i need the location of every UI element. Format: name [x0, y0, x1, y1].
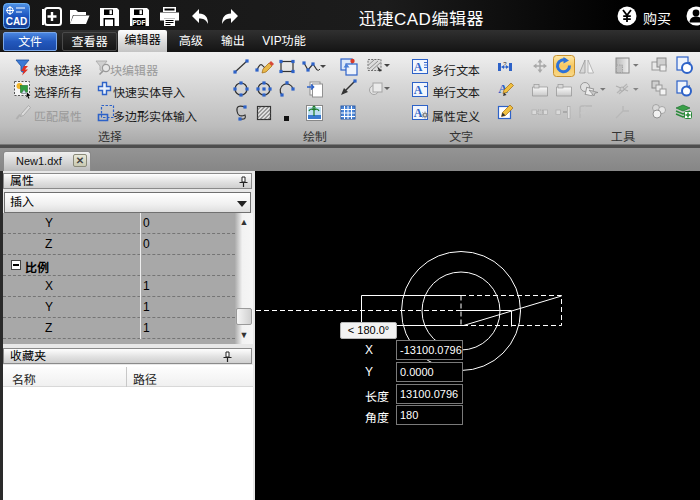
svg-text:CAD: CAD: [6, 16, 28, 27]
svg-text:PDF: PDF: [133, 19, 146, 26]
